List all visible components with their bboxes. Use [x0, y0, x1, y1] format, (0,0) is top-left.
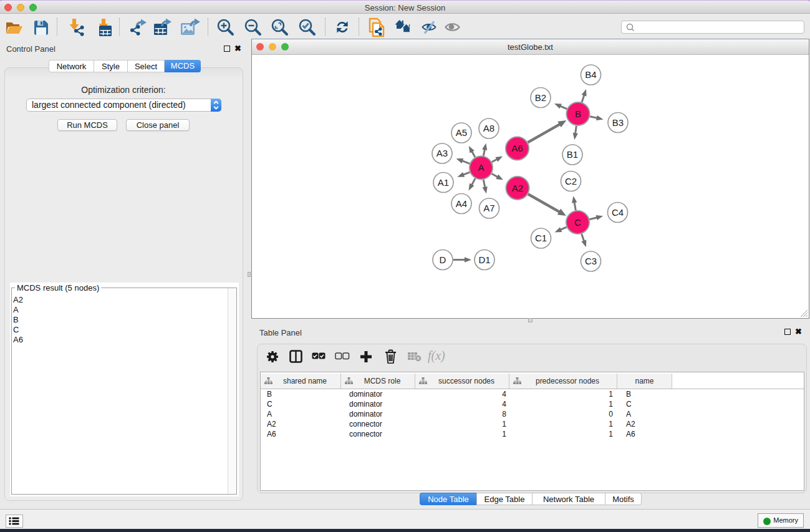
svg-text:C3: C3	[585, 256, 597, 266]
svg-text:C2: C2	[565, 176, 577, 186]
svg-text:D1: D1	[478, 254, 490, 265]
svg-text:A8: A8	[483, 123, 494, 133]
svg-text:A4: A4	[456, 198, 467, 209]
svg-text:B3: B3	[612, 117, 624, 128]
svg-text:D: D	[440, 254, 446, 265]
svg-text:B4: B4	[585, 69, 596, 80]
svg-text:A5: A5	[456, 127, 467, 138]
svg-text:C4: C4	[612, 207, 624, 218]
svg-text:A7: A7	[483, 203, 494, 213]
svg-text:B2: B2	[535, 92, 546, 103]
svg-text:B: B	[575, 109, 581, 119]
svg-text:A2: A2	[512, 183, 523, 193]
svg-text:A1: A1	[438, 177, 449, 188]
svg-text:B1: B1	[567, 149, 578, 160]
svg-text:A3: A3	[436, 148, 448, 158]
svg-text:A6: A6	[511, 143, 523, 153]
svg-text:C: C	[574, 217, 581, 228]
svg-text:C1: C1	[535, 233, 547, 243]
svg-text:A: A	[478, 162, 484, 173]
